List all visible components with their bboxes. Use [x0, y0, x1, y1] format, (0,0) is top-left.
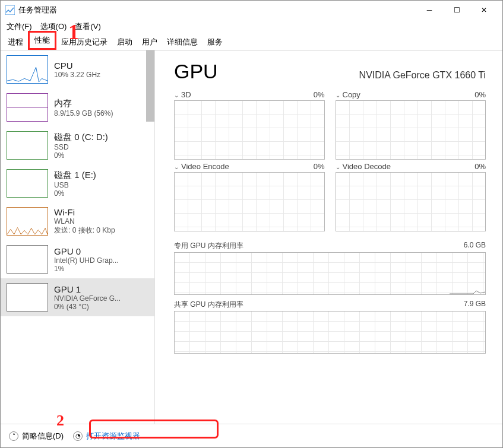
chart-dedicated-memory: 专用 GPU 内存利用率6.0 GB [174, 241, 486, 295]
sidebar-disk1-sub2: 0% [54, 189, 96, 198]
chevron-down-icon[interactable]: ⌄ [336, 92, 340, 99]
titlebar[interactable]: 任务管理器 ─ ☐ ✕ [1, 1, 502, 20]
value-vdec: 0% [474, 162, 486, 171]
sidebar-scrollbar[interactable] [146, 50, 154, 122]
cpu-thumbnail-chart [7, 55, 48, 84]
label-venc: Video Encode [181, 162, 229, 171]
sidebar-item-disk0[interactable]: 磁盘 0 (C: D:) SSD 0% [1, 126, 154, 164]
label-dedicated: 专用 GPU 内存利用率 [174, 241, 243, 251]
sidebar-wifi-title: Wi-Fi [54, 207, 115, 217]
menubar: 文件(F) 选项(O) 查看(V) [1, 20, 502, 34]
chart-shared-memory: 共享 GPU 内存利用率7.9 GB [174, 300, 486, 354]
tab-startup[interactable]: 启动 [112, 34, 137, 50]
chart-3d: ⌄3D0% [174, 90, 325, 160]
sidebar-disk1-sub: USB [54, 181, 96, 189]
sidebar-gpu1-title: GPU 1 [54, 284, 121, 294]
label-3d: 3D [181, 90, 191, 99]
label-shared: 共享 GPU 内存利用率 [174, 300, 243, 310]
fewer-details-label: 简略信息(D) [22, 431, 64, 441]
tabbar: 进程 性能 应用历史记录 启动 用户 详细信息 服务 [1, 34, 502, 50]
tab-services[interactable]: 服务 [203, 34, 227, 50]
sidebar-gpu0-sub: Intel(R) UHD Grap... [54, 256, 119, 265]
sidebar-item-gpu0[interactable]: GPU 0 Intel(R) UHD Grap... 1% [1, 240, 154, 278]
memory-thumbnail-chart [7, 93, 48, 122]
disk0-thumbnail-chart [7, 131, 48, 160]
chevron-down-icon[interactable]: ⌄ [336, 164, 340, 170]
value-3d: 0% [314, 90, 325, 99]
performance-sidebar[interactable]: CPU 10% 3.22 GHz 内存 8.9/15.9 GB (56%) [1, 50, 154, 424]
chevron-up-icon: ˄ [9, 431, 18, 441]
chart-video-encode: ⌄Video Encode0% [174, 162, 325, 231]
chevron-down-icon[interactable]: ⌄ [174, 92, 179, 99]
sidebar-item-memory[interactable]: 内存 8.9/15.9 GB (56%) [1, 88, 154, 126]
open-resource-monitor-link[interactable]: ◔ 打开资源监视器 [73, 431, 140, 441]
sidebar-gpu1-sub2: 0% (43 °C) [54, 303, 121, 311]
chart-area-3d[interactable] [174, 100, 325, 160]
max-dedicated: 6.0 GB [464, 241, 486, 251]
tab-users[interactable]: 用户 [137, 34, 162, 50]
sidebar-memory-title: 内存 [54, 98, 113, 109]
sidebar-disk0-sub2: 0% [54, 151, 108, 160]
task-manager-window: 任务管理器 ─ ☐ ✕ 文件(F) 选项(O) 查看(V) 进程 性能 应用历史… [0, 0, 503, 448]
sidebar-memory-sub: 8.9/15.9 GB (56%) [54, 109, 113, 117]
sidebar-gpu0-title: GPU 0 [54, 246, 119, 256]
gpu-name: NVIDIA GeForce GTX 1660 Ti [359, 70, 486, 81]
tab-details[interactable]: 详细信息 [162, 34, 203, 50]
wifi-thumbnail-chart [7, 207, 48, 236]
sidebar-item-cpu[interactable]: CPU 10% 3.22 GHz [1, 50, 154, 88]
chart-copy: ⌄Copy0% [336, 90, 486, 160]
window-title: 任务管理器 [18, 5, 416, 15]
gpu0-thumbnail-chart [7, 245, 48, 274]
chevron-down-icon[interactable]: ⌄ [174, 164, 179, 170]
maximize-button[interactable]: ☐ [443, 1, 470, 19]
label-copy: Copy [343, 90, 360, 99]
footer: ˄ 简略信息(D) ◔ 打开资源监视器 [1, 424, 502, 447]
sidebar-gpu0-sub2: 1% [54, 265, 119, 273]
sidebar-cpu-sub: 10% 3.22 GHz [54, 71, 100, 79]
sidebar-wifi-sub: WLAN [54, 217, 115, 225]
value-venc: 0% [314, 162, 325, 171]
chart-area-venc[interactable] [174, 172, 325, 231]
sidebar-cpu-title: CPU [54, 61, 100, 71]
fewer-details-button[interactable]: ˄ 简略信息(D) [9, 431, 64, 441]
chart-area-dedicated[interactable] [174, 252, 486, 295]
close-button[interactable]: ✕ [470, 1, 498, 19]
sidebar-item-gpu1[interactable]: GPU 1 NVIDIA GeForce G... 0% (43 °C) [1, 278, 154, 316]
minimize-button[interactable]: ─ [416, 1, 443, 19]
sidebar-disk0-sub: SSD [54, 143, 108, 151]
sidebar-disk0-title: 磁盘 0 (C: D:) [54, 132, 108, 143]
tab-processes[interactable]: 进程 [3, 34, 28, 50]
gpu1-thumbnail-chart [7, 283, 48, 312]
app-icon [5, 5, 15, 15]
page-title: GPU [174, 60, 218, 83]
tab-app-history[interactable]: 应用历史记录 [56, 34, 112, 50]
label-vdec: Video Decode [343, 162, 391, 171]
sidebar-item-disk1[interactable]: 磁盘 1 (E:) USB 0% [1, 164, 154, 202]
chart-area-copy[interactable] [336, 100, 486, 160]
disk1-thumbnail-chart [7, 169, 48, 198]
svg-rect-0 [5, 5, 15, 15]
sidebar-wifi-sub2: 发送: 0 接收: 0 Kbp [54, 225, 115, 236]
resource-monitor-icon: ◔ [73, 431, 83, 441]
chart-area-vdec[interactable] [336, 172, 486, 231]
resource-monitor-label: 打开资源监视器 [86, 431, 140, 441]
chart-area-shared[interactable] [174, 311, 486, 354]
sidebar-gpu1-sub: NVIDIA GeForce G... [54, 294, 121, 303]
menu-view[interactable]: 查看(V) [72, 20, 103, 33]
chart-video-decode: ⌄Video Decode0% [336, 162, 486, 231]
value-copy: 0% [474, 90, 486, 99]
sidebar-disk1-title: 磁盘 1 (E:) [54, 170, 96, 181]
gpu-detail-panel: GPU NVIDIA GeForce GTX 1660 Ti ⌄3D0% ⌄Co… [155, 50, 502, 424]
sidebar-item-wifi[interactable]: Wi-Fi WLAN 发送: 0 接收: 0 Kbp [1, 202, 154, 240]
tab-performance[interactable]: 性能 [28, 31, 56, 50]
max-shared: 7.9 GB [464, 300, 486, 310]
